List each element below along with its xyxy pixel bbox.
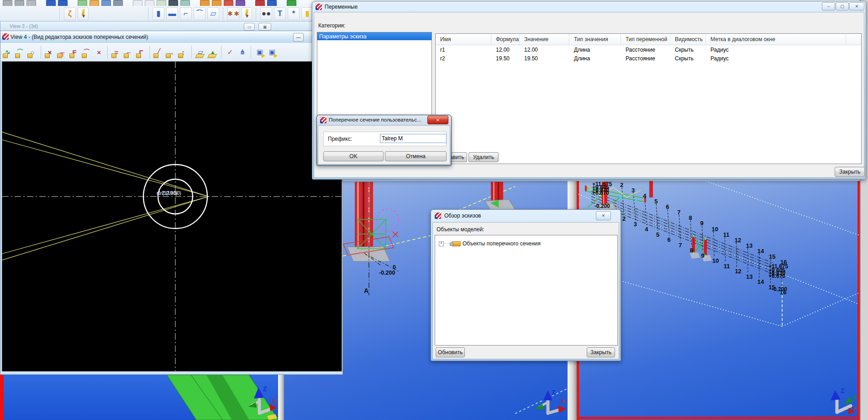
column-header[interactable]: Метка в диалоговом окне	[706, 34, 846, 45]
toolbar-icon[interactable]: ⌐	[180, 7, 192, 20]
svg-text:X: X	[561, 398, 565, 404]
variables-table[interactable]: ИмяФормулаЗначениеТип значенияТип переме…	[435, 33, 862, 164]
toolbar-icon[interactable]: ∗∗	[227, 7, 239, 20]
refresh-button[interactable]: Обновить	[436, 347, 465, 357]
cross-section-prefix-dialog[interactable]: Поперечное сечение пользовательс... ✕ Пр…	[316, 115, 452, 166]
close-icon[interactable]: ✕	[427, 116, 448, 124]
objects-tree[interactable]: + Объекты поперечного сечения	[435, 235, 618, 346]
sketch-canvas[interactable]: r1 (12.00) r2 (19.50)	[2, 61, 342, 372]
sketch-browser-dialog[interactable]: Обзор эскизов ✕ Объекты моделей: + Объек…	[431, 209, 621, 361]
view3-maximize-button[interactable]: ▣	[258, 23, 271, 31]
save-sketch-icon[interactable]: ▣	[254, 46, 265, 58]
toolbar-icon[interactable]: T	[274, 7, 286, 20]
dim-corner-a-icon[interactable]: ⌐	[123, 46, 134, 58]
tree-expand-icon[interactable]: +	[439, 241, 444, 246]
toolbar-icon[interactable]	[224, 0, 233, 6]
column-header[interactable]: Тип значения	[569, 34, 621, 45]
toolbar-icon[interactable]: ⌒	[194, 7, 205, 20]
toolbar-icon[interactable]: ▮	[153, 7, 164, 20]
check-sketch-icon[interactable]: ✓	[225, 46, 236, 58]
sketch-circle-icon[interactable]: ○	[27, 46, 38, 58]
model-view-bottom-left[interactable]: Z X	[0, 375, 278, 420]
toolbar-icon[interactable]	[133, 0, 142, 6]
constraint-parallel-icon[interactable]: ╥	[57, 46, 68, 58]
column-header[interactable]: Формула	[491, 34, 520, 45]
sketch-editor-toolbar: ∿⌒○×╥F⌒×=⌐Γ╱↔↕▱▲✓⋔▣▣	[0, 43, 342, 61]
add-plane-icon[interactable]: ▱	[195, 46, 206, 58]
close-button[interactable]: Закрыть	[835, 167, 865, 177]
close-icon[interactable]: ✕	[849, 2, 864, 11]
toolbar-icon[interactable]	[3, 0, 12, 6]
dim-vertical-icon[interactable]: ↕	[178, 46, 189, 58]
toolbar-icon[interactable]: *	[288, 7, 300, 20]
constraint-fix-icon[interactable]: F	[69, 46, 80, 58]
toolbar-icon[interactable]	[180, 0, 190, 6]
toolbar-icon[interactable]	[255, 0, 265, 6]
toolbar-icon[interactable]	[15, 0, 24, 6]
table-header-row[interactable]: ИмяФормулаЗначениеТип значенияТип переме…	[436, 34, 861, 45]
category-item[interactable]: Параметры эскиза	[317, 32, 431, 40]
ok-button[interactable]: OK	[323, 151, 384, 161]
trim-tool-icon[interactable]: ×	[94, 46, 105, 58]
view4-window[interactable]: View 4 - (Вид редактора эскизов поперечн…	[0, 31, 343, 375]
toolbar-icon[interactable]	[145, 0, 154, 6]
toolbar-icon[interactable]	[78, 0, 87, 6]
save-sketch-as-icon[interactable]: ▣	[267, 46, 278, 58]
toolbar-icon[interactable]: ●●	[260, 7, 272, 20]
dim-line-icon[interactable]: ╱	[153, 46, 164, 58]
toolbar-icon[interactable]	[46, 0, 56, 6]
delete-variable-button[interactable]: Удалить	[468, 152, 499, 162]
toolbar-icon[interactable]: ▱	[207, 7, 219, 20]
minimize-icon[interactable]: –	[822, 2, 835, 11]
view3-window-strip[interactable]: View 3 - (3d) ▭ ▣	[0, 21, 344, 31]
dim-corner-b-icon[interactable]: Γ	[136, 46, 147, 58]
toolbar-icon[interactable]	[113, 0, 123, 6]
column-header[interactable]: Видимость	[670, 34, 706, 45]
prefix-input[interactable]	[380, 134, 447, 143]
toolbar-icon[interactable]	[287, 0, 296, 6]
table-cell: Длина	[569, 47, 621, 53]
column-header[interactable]: Имя	[436, 34, 491, 45]
maximize-icon[interactable]: ▢	[836, 2, 849, 11]
hierarchy-icon[interactable]: ⋔	[237, 46, 248, 58]
pencil-tool-icon[interactable]	[78, 7, 89, 20]
sketch-point-icon[interactable]: ×	[44, 46, 55, 58]
svg-text:Z: Z	[552, 389, 556, 396]
add-cone-icon[interactable]: ▲	[207, 46, 218, 58]
toolbar-icon[interactable]	[236, 0, 245, 6]
toolbar-icon[interactable]	[168, 0, 178, 6]
view4-titlebar[interactable]: View 4 - (Вид редактора эскизов поперечн…	[0, 31, 342, 43]
sketch-polyline-icon[interactable]: ∿	[2, 46, 13, 58]
tree-item-label[interactable]: Объекты поперечного сечения	[463, 240, 541, 247]
dim-horizontal-icon[interactable]: ↔	[165, 46, 176, 58]
close-button[interactable]: Закрыть	[587, 347, 615, 357]
toolbar-icon[interactable]: ζ	[64, 7, 76, 20]
toolbar-icon[interactable]	[26, 0, 36, 6]
toolbar-icon[interactable]: ▬	[166, 7, 178, 20]
view3-restore-button[interactable]: ▭	[244, 23, 255, 31]
grid-number: 10	[712, 257, 719, 264]
toolbar-icon[interactable]	[200, 0, 210, 6]
pencil-tool-icon[interactable]	[241, 7, 252, 20]
toolbar-icon[interactable]	[89, 0, 99, 6]
toolbar-icon[interactable]	[212, 0, 221, 6]
table-row[interactable]: r219.5019.50ДлинаРасстояниеСкрытьРадиус	[436, 54, 861, 63]
model-objects-label: Объекты моделей:	[437, 226, 484, 233]
table-cell: r2	[436, 55, 491, 62]
toolbar-icon[interactable]	[58, 0, 68, 6]
cancel-button[interactable]: Отмена	[385, 151, 447, 161]
table-row[interactable]: r112.0012.00ДлинаРасстояниеСкрытьРадиус	[436, 45, 861, 54]
dim-parallel-icon[interactable]: =	[111, 46, 122, 58]
view4-minimize-button[interactable]: —	[293, 33, 304, 42]
sketch-arc-icon[interactable]: ⌒	[15, 46, 26, 58]
toolbar-icon[interactable]	[101, 0, 111, 6]
grid-number: 14	[758, 248, 764, 255]
column-header[interactable]: Значение	[520, 34, 569, 45]
column-header[interactable]: Тип переменной	[621, 34, 670, 45]
dialog-title: Обзор эскизов	[444, 213, 481, 219]
toolbar-icon[interactable]	[267, 0, 277, 6]
toolbar-icon[interactable]	[157, 0, 166, 6]
grid-number: 8	[690, 247, 693, 254]
constraint-arc-icon[interactable]: ⌒	[81, 46, 92, 58]
close-icon[interactable]: ✕	[596, 211, 611, 220]
